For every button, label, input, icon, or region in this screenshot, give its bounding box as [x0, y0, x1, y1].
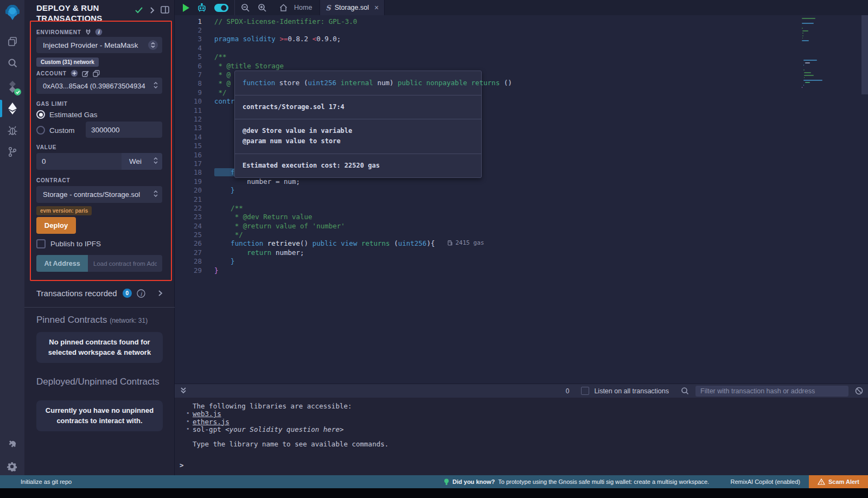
deploy-run-panel: DEPLOY & RUN TRANSACTIONS ENVIRONMENT i … — [24, 0, 175, 475]
terminal-library-link[interactable]: ethers.js — [193, 418, 229, 426]
value-label: VALUE — [36, 144, 56, 150]
scam-alert-button[interactable]: Scam Alert — [809, 475, 868, 488]
plug-icon[interactable] — [85, 29, 91, 35]
panel-divider — [24, 307, 175, 308]
git-icon[interactable] — [0, 141, 24, 163]
terminal-hint: Type the library name to see available c… — [193, 440, 388, 448]
icon-sidebar — [0, 0, 24, 475]
deploy-run-icon[interactable] — [0, 98, 24, 119]
clear-console-icon[interactable] — [855, 387, 863, 395]
copilot-status[interactable]: RemixAI Copilot (enabled) — [731, 478, 800, 485]
solidity-compiler-icon[interactable] — [0, 76, 24, 98]
code-line[interactable]: 20 } — [175, 186, 868, 194]
did-you-know-tip: Did you know? To prototype using the Gno… — [444, 478, 709, 486]
panel-forward-icon[interactable] — [150, 7, 155, 16]
code-line[interactable]: 24 * @return value of 'number' — [175, 221, 868, 230]
gas-limit-label: GAS LIMIT — [36, 101, 68, 107]
tooltip-doc: @dev Store value in variable@param num v… — [235, 119, 481, 154]
code-line[interactable]: 5/** — [175, 53, 868, 61]
listen-all-checkbox[interactable] — [581, 387, 589, 395]
contract-label: CONTRACT — [36, 177, 71, 183]
main-area: Home S Storage.sol × 1// SPDX-License-Id… — [175, 0, 868, 475]
code-line[interactable]: 25 */ — [175, 230, 868, 239]
terminal-prompt[interactable]: > — [180, 461, 184, 469]
tooltip-location: contracts/Storage.sol 17:4 — [235, 95, 481, 119]
code-line[interactable]: 27 return number; — [175, 248, 868, 257]
custom-gas-input[interactable] — [86, 122, 162, 138]
svg-text:i: i — [140, 290, 142, 296]
unpinned-contracts-heading: Deployed/Unpinned Contracts — [36, 376, 159, 387]
close-tab-icon[interactable]: × — [374, 4, 379, 11]
transaction-filter-input[interactable] — [695, 386, 848, 397]
terminal-header: 0 Listen on all transactions — [175, 384, 868, 398]
file-explorer-icon[interactable] — [0, 30, 24, 52]
editor-scrollbar[interactable] — [861, 15, 868, 94]
settings-gear-icon[interactable] — [0, 456, 24, 477]
environment-info-icon[interactable]: i — [95, 28, 103, 36]
custom-gas-label: Custom — [49, 126, 75, 135]
pin-panel-icon[interactable] — [161, 6, 169, 16]
code-line[interactable]: 23 * @dev Return value — [175, 213, 868, 221]
home-icon[interactable] — [279, 4, 288, 11]
publish-ipfs-checkbox[interactable] — [36, 239, 46, 248]
terminal-tx-count: 0 — [566, 387, 570, 395]
code-line[interactable]: 26 function retrieve() public view retur… — [175, 239, 868, 248]
zoom-in-icon[interactable] — [258, 3, 267, 12]
deploy-button[interactable]: Deploy — [36, 217, 76, 234]
code-line[interactable]: 21 — [175, 195, 868, 203]
code-line[interactable]: 6 * @title Storage — [175, 61, 868, 70]
chevron-updown-icon — [154, 190, 158, 199]
plugin-manager-icon[interactable] — [0, 433, 24, 455]
add-account-icon[interactable] — [71, 69, 78, 77]
tooltip-cost: Estimated execution cost: 22520 gas — [235, 154, 481, 177]
transactions-count-badge: 0 — [123, 289, 132, 298]
function-hover-tooltip: function store (uint256 internal num) pu… — [234, 71, 482, 178]
chevron-updown-icon — [154, 82, 158, 90]
copy-address-icon[interactable] — [93, 70, 100, 77]
git-init-label[interactable]: Initialize as git repo — [21, 478, 72, 485]
tooltip-signature: function store (uint256 internal num) pu… — [235, 71, 481, 95]
listen-all-label: Listen on all transactions — [594, 387, 669, 395]
code-line[interactable]: 28 } — [175, 257, 868, 266]
editor-toolbar: Home S Storage.sol × — [175, 0, 868, 15]
remix-logo[interactable] — [0, 0, 24, 25]
transactions-info-icon[interactable]: i — [137, 289, 145, 298]
value-input[interactable] — [36, 153, 122, 170]
unpinned-contracts-empty: Currently you have no unpinned contracts… — [36, 400, 163, 431]
publish-ipfs-label: Publish to IPFS — [50, 240, 101, 248]
ai-copilot-robot-icon[interactable] — [197, 3, 207, 12]
value-unit-select[interactable]: Wei — [122, 153, 162, 170]
estimated-gas-radio[interactable] — [36, 110, 45, 119]
debugger-icon[interactable] — [0, 119, 24, 141]
at-address-button[interactable]: At Address — [36, 255, 88, 272]
panel-title: DEPLOY & RUN TRANSACTIONS — [36, 3, 126, 24]
code-line[interactable]: 22 /** — [175, 203, 868, 212]
code-line[interactable]: 19 number = num; — [175, 177, 868, 186]
account-select[interactable]: 0xA03...85ac4 (0.398673504934 — [36, 78, 162, 94]
ai-copilot-toggle[interactable] — [214, 4, 228, 12]
minimap[interactable] — [802, 17, 860, 89]
terminal-library-link[interactable]: web3.js — [193, 410, 221, 418]
code-line[interactable]: 1// SPDX-License-Identifier: GPL-3.0 — [175, 17, 868, 25]
custom-gas-radio[interactable] — [36, 126, 45, 135]
transactions-expand-icon[interactable] — [158, 290, 163, 297]
tab-storage-sol[interactable]: S Storage.sol × — [320, 0, 385, 15]
code-line[interactable]: 4 — [175, 43, 868, 52]
search-icon[interactable] — [0, 52, 24, 74]
code-line[interactable]: 29} — [175, 266, 868, 274]
code-line[interactable]: 3pragma solidity >=0.8.2 <0.9.0; — [175, 35, 868, 43]
code-editor[interactable]: 1// SPDX-License-Identifier: GPL-3.023pr… — [175, 15, 868, 384]
contract-select[interactable]: Storage - contracts/Storage.sol — [36, 186, 162, 203]
collapse-terminal-icon[interactable] — [180, 386, 187, 396]
code-line[interactable]: 2 — [175, 25, 868, 34]
run-script-icon[interactable] — [182, 4, 189, 12]
zoom-out-icon[interactable] — [241, 3, 250, 12]
sign-message-icon[interactable] — [82, 70, 89, 77]
home-tab-label[interactable]: Home — [294, 4, 312, 11]
status-bar: Initialize as git repo Did you know? To … — [0, 475, 868, 488]
at-address-input[interactable] — [88, 255, 162, 272]
terminal-output[interactable]: The following libraries are accessible: … — [175, 398, 868, 475]
environment-select[interactable]: Injected Provider - MetaMask — [36, 37, 162, 53]
estimated-gas-label: Estimated Gas — [49, 111, 98, 119]
solidity-file-icon: S — [326, 4, 330, 12]
